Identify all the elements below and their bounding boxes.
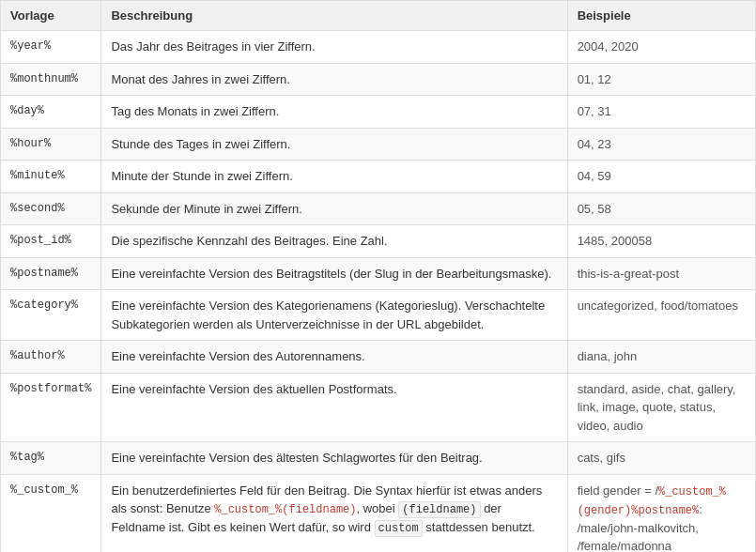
description-cell: Eine vereinfachte Version des ältesten S… [101, 442, 567, 475]
examples-cell: 1485, 200058 [567, 225, 755, 258]
table-row: %post_id%Die spezifische Kennzahl des Be… [1, 225, 756, 258]
tag-cell: %day% [1, 96, 101, 129]
tag-cell: %category% [1, 290, 101, 341]
examples-cell: field gender = /%_custom_%(gender)%postn… [567, 474, 755, 552]
tag-cell: %minute% [1, 161, 101, 193]
header-vorlage: Vorlage [1, 1, 101, 31]
tag-cell: %monthnum% [1, 63, 101, 96]
examples-cell: standard, aside, chat, gallery,link, ima… [567, 373, 755, 442]
table-row: %author%Eine vereinfachte Version des Au… [1, 341, 756, 374]
examples-cell: 2004, 2020 [567, 31, 755, 64]
tag-cell: %_custom_% [1, 474, 101, 552]
examples-cell: 05, 58 [567, 192, 755, 225]
table-row: %postformat%Eine vereinfachte Version de… [1, 373, 756, 442]
description-cell: Minute der Stunde in zwei Ziffern. [101, 161, 567, 193]
table-row: %hour%Stunde des Tages in zwei Ziffern.0… [1, 128, 756, 161]
tag-cell: %tag% [1, 442, 101, 475]
description-cell: Stunde des Tages in zwei Ziffern. [101, 128, 567, 161]
description-cell: Tag des Monats in zwei Ziffern. [101, 96, 567, 129]
tag-cell: %year% [1, 31, 101, 64]
permalink-table: Vorlage Beschreibung Beispiele %year%Das… [0, 0, 756, 552]
tag-cell: %post_id% [1, 225, 101, 258]
table-row: %postname%Eine vereinfachte Version des … [1, 257, 756, 290]
table-row: %monthnum%Monat des Jahres in zwei Ziffe… [1, 63, 756, 96]
description-cell: Eine vereinfachte Version des Autorennam… [101, 341, 567, 374]
table-row: %_custom_%Ein benutzerdefiniertes Feld f… [1, 474, 756, 552]
description-cell: Das Jahr des Beitrages in vier Ziffern. [101, 31, 567, 64]
table-row: %second%Sekunde der Minute in zwei Ziffe… [1, 192, 756, 225]
table-row: %category%Eine vereinfachte Version des … [1, 290, 756, 341]
header-beispiele: Beispiele [567, 1, 755, 31]
description-cell: Eine vereinfachte Version des Beitragsti… [101, 257, 567, 290]
examples-cell: this-is-a-great-post [567, 257, 755, 290]
examples-cell: 01, 12 [567, 63, 755, 96]
tag-cell: %author% [1, 341, 101, 374]
examples-cell: diana, john [567, 341, 755, 374]
header-beschreibung: Beschreibung [101, 1, 567, 31]
description-cell: Eine vereinfachte Version des Kategorien… [101, 290, 567, 341]
tag-cell: %postname% [1, 257, 101, 290]
tag-cell: %hour% [1, 128, 101, 161]
table-row: %tag%Eine vereinfachte Version des ältes… [1, 442, 756, 475]
description-cell: Sekunde der Minute in zwei Ziffern. [101, 192, 567, 225]
table-row: %minute%Minute der Stunde in zwei Ziffer… [1, 161, 756, 193]
description-cell: Die spezifische Kennzahl des Beitrages. … [101, 225, 567, 258]
table-row: %year%Das Jahr des Beitrages in vier Zif… [1, 31, 756, 64]
tag-cell: %second% [1, 192, 101, 225]
examples-cell: uncategorized, food/tomatoes [567, 290, 755, 341]
description-cell: Monat des Jahres in zwei Ziffern. [101, 63, 567, 96]
table-row: %day%Tag des Monats in zwei Ziffern.07, … [1, 96, 756, 129]
description-cell: Eine vereinfachte Version des aktuellen … [101, 373, 567, 442]
examples-cell: 04, 23 [567, 128, 755, 161]
examples-cell: 04, 59 [567, 161, 755, 193]
examples-cell: 07, 31 [567, 96, 755, 129]
tag-cell: %postformat% [1, 373, 101, 442]
examples-cell: cats, gifs [567, 442, 755, 475]
description-cell: Ein benutzerdefiniertes Feld für den Bei… [101, 474, 567, 552]
